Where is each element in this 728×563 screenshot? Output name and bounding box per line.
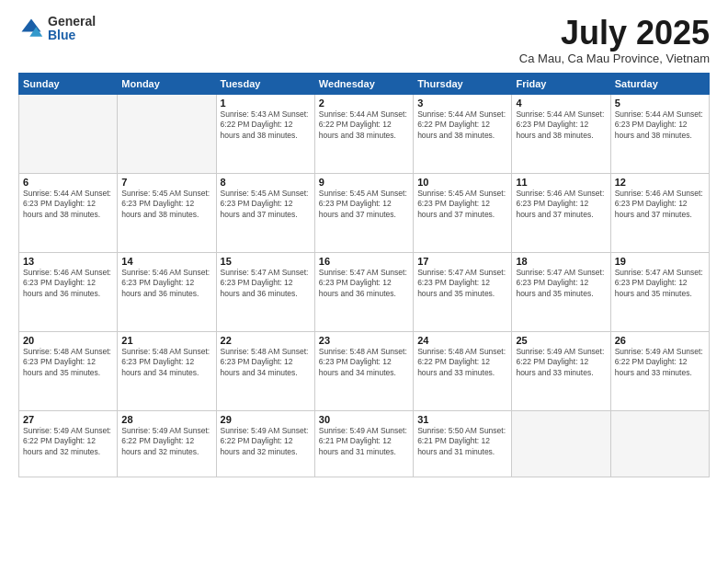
day-cell: 3Sunrise: 5:44 AM Sunset: 6:22 PM Daylig… <box>414 94 512 173</box>
header-row: Sunday Monday Tuesday Wednesday Thursday… <box>19 73 710 94</box>
day-info: Sunrise: 5:50 AM Sunset: 6:21 PM Dayligh… <box>417 426 507 457</box>
header-monday: Monday <box>118 73 216 94</box>
day-cell: 13Sunrise: 5:46 AM Sunset: 6:23 PM Dayli… <box>19 252 118 331</box>
day-cell: 26Sunrise: 5:49 AM Sunset: 6:22 PM Dayli… <box>610 331 709 410</box>
day-cell: 2Sunrise: 5:44 AM Sunset: 6:22 PM Daylig… <box>314 94 413 173</box>
day-number: 26 <box>615 335 705 346</box>
day-cell: 5Sunrise: 5:44 AM Sunset: 6:23 PM Daylig… <box>610 94 709 173</box>
day-cell: 20Sunrise: 5:48 AM Sunset: 6:23 PM Dayli… <box>19 331 118 410</box>
day-number: 25 <box>516 335 606 346</box>
day-info: Sunrise: 5:44 AM Sunset: 6:22 PM Dayligh… <box>417 109 507 141</box>
week-row-0: 1Sunrise: 5:43 AM Sunset: 6:22 PM Daylig… <box>19 94 710 173</box>
day-cell: 27Sunrise: 5:49 AM Sunset: 6:22 PM Dayli… <box>19 410 118 477</box>
day-info: Sunrise: 5:44 AM Sunset: 6:23 PM Dayligh… <box>615 109 705 141</box>
calendar-table: Sunday Monday Tuesday Wednesday Thursday… <box>18 73 710 477</box>
day-cell <box>610 410 709 477</box>
day-cell: 9Sunrise: 5:45 AM Sunset: 6:23 PM Daylig… <box>314 173 413 252</box>
logo-blue-text: Blue <box>48 29 96 42</box>
day-info: Sunrise: 5:45 AM Sunset: 6:23 PM Dayligh… <box>121 189 211 220</box>
logo-general-text: General <box>48 15 96 29</box>
page: General Blue July 2025 Ca Mau, Ca Mau Pr… <box>0 0 728 563</box>
header-tuesday: Tuesday <box>216 73 314 94</box>
day-info: Sunrise: 5:48 AM Sunset: 6:23 PM Dayligh… <box>221 347 311 378</box>
day-cell: 23Sunrise: 5:48 AM Sunset: 6:23 PM Dayli… <box>314 331 413 410</box>
day-info: Sunrise: 5:43 AM Sunset: 6:22 PM Dayligh… <box>221 109 311 141</box>
day-cell: 12Sunrise: 5:46 AM Sunset: 6:23 PM Dayli… <box>610 173 709 252</box>
day-info: Sunrise: 5:46 AM Sunset: 6:23 PM Dayligh… <box>23 268 113 299</box>
day-cell: 11Sunrise: 5:46 AM Sunset: 6:23 PM Dayli… <box>512 173 610 252</box>
day-cell: 22Sunrise: 5:48 AM Sunset: 6:23 PM Dayli… <box>216 331 314 410</box>
day-cell: 24Sunrise: 5:48 AM Sunset: 6:22 PM Dayli… <box>414 331 512 410</box>
day-info: Sunrise: 5:46 AM Sunset: 6:23 PM Dayligh… <box>615 189 705 220</box>
day-info: Sunrise: 5:48 AM Sunset: 6:22 PM Dayligh… <box>417 347 507 378</box>
day-number: 31 <box>417 414 507 425</box>
day-cell <box>118 94 216 173</box>
day-info: Sunrise: 5:48 AM Sunset: 6:23 PM Dayligh… <box>121 347 211 378</box>
day-cell: 10Sunrise: 5:45 AM Sunset: 6:23 PM Dayli… <box>414 173 512 252</box>
logo-icon <box>18 16 44 41</box>
day-info: Sunrise: 5:47 AM Sunset: 6:23 PM Dayligh… <box>615 268 705 299</box>
logo-text: General Blue <box>48 15 96 43</box>
day-cell: 4Sunrise: 5:44 AM Sunset: 6:23 PM Daylig… <box>512 94 610 173</box>
day-cell: 28Sunrise: 5:49 AM Sunset: 6:22 PM Dayli… <box>118 410 216 477</box>
day-number: 4 <box>516 98 606 109</box>
day-cell: 21Sunrise: 5:48 AM Sunset: 6:23 PM Dayli… <box>118 331 216 410</box>
day-number: 14 <box>121 256 211 267</box>
day-info: Sunrise: 5:45 AM Sunset: 6:23 PM Dayligh… <box>417 189 507 220</box>
day-number: 9 <box>319 177 409 188</box>
day-cell: 15Sunrise: 5:47 AM Sunset: 6:23 PM Dayli… <box>216 252 314 331</box>
day-info: Sunrise: 5:49 AM Sunset: 6:22 PM Dayligh… <box>615 347 705 378</box>
day-number: 18 <box>516 256 606 267</box>
calendar-header: Sunday Monday Tuesday Wednesday Thursday… <box>19 73 710 94</box>
day-cell: 14Sunrise: 5:46 AM Sunset: 6:23 PM Dayli… <box>118 252 216 331</box>
day-number: 27 <box>23 414 113 425</box>
day-info: Sunrise: 5:45 AM Sunset: 6:23 PM Dayligh… <box>221 189 311 220</box>
day-info: Sunrise: 5:47 AM Sunset: 6:23 PM Dayligh… <box>516 268 606 299</box>
day-cell: 17Sunrise: 5:47 AM Sunset: 6:23 PM Dayli… <box>414 252 512 331</box>
day-number: 13 <box>23 256 113 267</box>
header-thursday: Thursday <box>414 73 512 94</box>
logo: General Blue <box>18 15 96 43</box>
header: General Blue July 2025 Ca Mau, Ca Mau Pr… <box>18 15 710 65</box>
day-info: Sunrise: 5:47 AM Sunset: 6:23 PM Dayligh… <box>221 268 311 299</box>
day-number: 20 <box>23 335 113 346</box>
day-number: 5 <box>615 98 705 109</box>
day-cell <box>19 94 118 173</box>
day-info: Sunrise: 5:49 AM Sunset: 6:22 PM Dayligh… <box>516 347 606 378</box>
header-sunday: Sunday <box>19 73 118 94</box>
day-info: Sunrise: 5:49 AM Sunset: 6:22 PM Dayligh… <box>121 426 211 457</box>
day-info: Sunrise: 5:47 AM Sunset: 6:23 PM Dayligh… <box>319 268 409 299</box>
day-number: 6 <box>23 177 113 188</box>
week-row-4: 27Sunrise: 5:49 AM Sunset: 6:22 PM Dayli… <box>19 410 710 477</box>
day-info: Sunrise: 5:44 AM Sunset: 6:23 PM Dayligh… <box>516 109 606 141</box>
day-number: 22 <box>221 335 311 346</box>
day-info: Sunrise: 5:47 AM Sunset: 6:23 PM Dayligh… <box>417 268 507 299</box>
calendar-title: July 2025 <box>519 15 710 52</box>
week-row-1: 6Sunrise: 5:44 AM Sunset: 6:23 PM Daylig… <box>19 173 710 252</box>
day-number: 8 <box>221 177 311 188</box>
day-number: 1 <box>221 98 311 109</box>
day-info: Sunrise: 5:44 AM Sunset: 6:22 PM Dayligh… <box>319 109 409 141</box>
day-cell: 18Sunrise: 5:47 AM Sunset: 6:23 PM Dayli… <box>512 252 610 331</box>
header-saturday: Saturday <box>610 73 709 94</box>
day-number: 2 <box>319 98 409 109</box>
day-number: 16 <box>319 256 409 267</box>
week-row-3: 20Sunrise: 5:48 AM Sunset: 6:23 PM Dayli… <box>19 331 710 410</box>
day-cell: 1Sunrise: 5:43 AM Sunset: 6:22 PM Daylig… <box>216 94 314 173</box>
day-number: 21 <box>121 335 211 346</box>
day-cell: 19Sunrise: 5:47 AM Sunset: 6:23 PM Dayli… <box>610 252 709 331</box>
day-info: Sunrise: 5:49 AM Sunset: 6:21 PM Dayligh… <box>319 426 409 457</box>
day-cell: 6Sunrise: 5:44 AM Sunset: 6:23 PM Daylig… <box>19 173 118 252</box>
day-number: 17 <box>417 256 507 267</box>
day-info: Sunrise: 5:46 AM Sunset: 6:23 PM Dayligh… <box>121 268 211 299</box>
day-info: Sunrise: 5:49 AM Sunset: 6:22 PM Dayligh… <box>221 426 311 457</box>
day-number: 29 <box>221 414 311 425</box>
calendar-body: 1Sunrise: 5:43 AM Sunset: 6:22 PM Daylig… <box>19 94 710 477</box>
title-block: July 2025 Ca Mau, Ca Mau Province, Vietn… <box>519 15 710 65</box>
day-cell <box>512 410 610 477</box>
day-info: Sunrise: 5:46 AM Sunset: 6:23 PM Dayligh… <box>516 189 606 220</box>
day-cell: 8Sunrise: 5:45 AM Sunset: 6:23 PM Daylig… <box>216 173 314 252</box>
day-number: 30 <box>319 414 409 425</box>
day-info: Sunrise: 5:44 AM Sunset: 6:23 PM Dayligh… <box>23 189 113 220</box>
day-number: 10 <box>417 177 507 188</box>
